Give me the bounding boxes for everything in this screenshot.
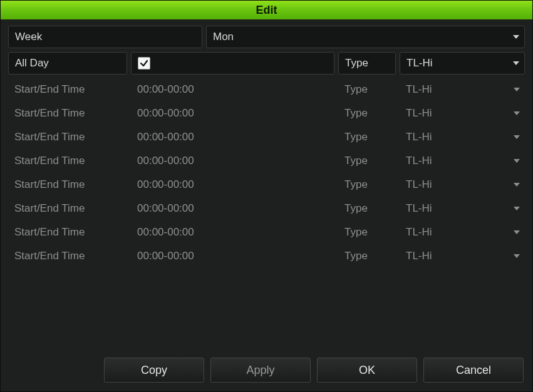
chevron-down-icon — [514, 230, 520, 234]
time-row-type-label: Type — [338, 78, 396, 101]
allday-checkbox-cell — [131, 52, 334, 75]
time-row-type-dropdown[interactable]: TL-Hi — [400, 78, 525, 101]
time-row-type-label: Type — [338, 126, 396, 148]
time-row: Start/End Time00:00-00:00TypeTL-Hi — [8, 126, 525, 148]
time-row-label: Start/End Time — [8, 78, 127, 101]
time-row-type-dropdown[interactable]: TL-Hi — [400, 197, 525, 220]
time-row-label: Start/End Time — [8, 150, 127, 172]
time-row-label: Start/End Time — [8, 197, 127, 220]
copy-button[interactable]: Copy — [104, 358, 204, 383]
time-input[interactable]: 00:00-00:00 — [131, 173, 334, 196]
time-input[interactable]: 00:00-00:00 — [131, 126, 334, 148]
chevron-down-icon — [514, 207, 520, 210]
time-row: Start/End Time00:00-00:00TypeTL-Hi — [8, 150, 525, 172]
time-row: Start/End Time00:00-00:00TypeTL-Hi — [8, 78, 525, 101]
spacer — [8, 271, 525, 351]
edit-dialog: Edit Week Mon All Day — [0, 0, 533, 392]
chevron-down-icon — [513, 35, 519, 39]
dialog-title: Edit — [256, 4, 277, 17]
chevron-down-icon — [514, 183, 520, 187]
time-row: Start/End Time00:00-00:00TypeTL-Hi — [8, 102, 525, 125]
time-row-type-label: Type — [338, 173, 396, 196]
time-input[interactable]: 00:00-00:00 — [131, 245, 334, 267]
time-row-type-dropdown[interactable]: TL-Hi — [400, 102, 525, 125]
week-label: Week — [8, 26, 202, 48]
allday-type-label: Type — [338, 52, 396, 75]
allday-label: All Day — [8, 52, 127, 75]
time-row-type-label: Type — [338, 150, 396, 172]
time-row-label: Start/End Time — [8, 126, 127, 148]
time-row: Start/End Time00:00-00:00TypeTL-Hi — [8, 245, 525, 267]
time-row-type-label: Type — [338, 102, 396, 125]
time-rows: Start/End Time00:00-00:00TypeTL-HiStart/… — [8, 78, 525, 267]
content-area: Week Mon All Day Type TL- — [1, 19, 532, 351]
chevron-down-icon — [514, 254, 520, 258]
allday-type-dropdown[interactable]: TL-Hi — [400, 52, 525, 75]
time-row-type-label: Type — [338, 245, 396, 267]
chevron-down-icon — [513, 61, 519, 65]
time-row-type-label: Type — [338, 197, 396, 220]
time-row-type-label: Type — [338, 221, 396, 244]
time-input[interactable]: 00:00-00:00 — [131, 197, 334, 220]
time-input[interactable]: 00:00-00:00 — [131, 102, 334, 125]
week-dropdown[interactable]: Mon — [206, 26, 525, 48]
time-row: Start/End Time00:00-00:00TypeTL-Hi — [8, 173, 525, 196]
time-row: Start/End Time00:00-00:00TypeTL-Hi — [8, 197, 525, 220]
time-row-label: Start/End Time — [8, 102, 127, 125]
time-row-type-dropdown[interactable]: TL-Hi — [400, 173, 525, 196]
apply-button[interactable]: Apply — [210, 358, 311, 383]
chevron-down-icon — [514, 159, 520, 163]
chevron-down-icon — [514, 88, 520, 91]
time-input[interactable]: 00:00-00:00 — [131, 78, 334, 101]
time-row-type-dropdown[interactable]: TL-Hi — [400, 126, 525, 148]
time-input[interactable]: 00:00-00:00 — [131, 221, 334, 244]
chevron-down-icon — [514, 111, 520, 115]
check-icon — [140, 59, 148, 68]
allday-checkbox[interactable] — [138, 57, 150, 70]
time-row-type-dropdown[interactable]: TL-Hi — [400, 221, 525, 244]
week-row: Week Mon — [8, 26, 525, 48]
ok-button[interactable]: OK — [317, 358, 417, 383]
time-row-label: Start/End Time — [8, 221, 127, 244]
time-row-type-dropdown[interactable]: TL-Hi — [400, 150, 525, 172]
footer: Copy Apply OK Cancel — [1, 351, 532, 391]
chevron-down-icon — [514, 135, 520, 139]
cancel-button[interactable]: Cancel — [423, 358, 524, 383]
time-row: Start/End Time00:00-00:00TypeTL-Hi — [8, 221, 525, 244]
allday-row: All Day Type TL-Hi — [8, 52, 525, 75]
titlebar: Edit — [1, 1, 532, 19]
time-row-type-dropdown[interactable]: TL-Hi — [400, 245, 525, 267]
time-row-label: Start/End Time — [8, 173, 127, 196]
time-row-label: Start/End Time — [8, 245, 127, 267]
time-input[interactable]: 00:00-00:00 — [131, 150, 334, 172]
